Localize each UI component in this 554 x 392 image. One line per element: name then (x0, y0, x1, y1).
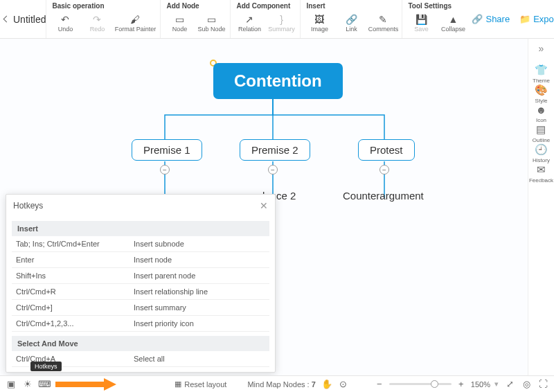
style-icon: 🎨 (535, 84, 548, 96)
zoom-in-button[interactable]: + (456, 379, 467, 390)
center-icon[interactable]: ◎ (521, 379, 532, 390)
collapse-icon: ▲ (447, 14, 458, 25)
callout-arrow (55, 380, 118, 389)
export-icon: 📁 (519, 14, 530, 24)
locate-icon[interactable]: ⊙ (338, 379, 349, 390)
export-button[interactable]: 📁Export (519, 14, 554, 24)
fullscreen-icon[interactable]: ⛶ (537, 379, 548, 390)
layout-icon: ▦ (175, 380, 181, 389)
collapse-button[interactable]: ▲Collapse (438, 10, 467, 35)
format-painter-icon: 🖌 (129, 14, 141, 25)
keyboard-icon[interactable]: ⌨ (39, 379, 50, 390)
collapse-toggle[interactable]: − (160, 165, 170, 175)
sidebar-feedback[interactable]: ✉Feedback (529, 163, 553, 184)
node-counterargument[interactable]: Counterargument (343, 190, 424, 202)
link-icon: 🔗 (346, 14, 357, 25)
btn-label: Link (346, 26, 357, 33)
hotkey-row: Ctrl/Cmd+]Insert summary (12, 300, 269, 316)
summary-button[interactable]: }Summary (267, 10, 296, 35)
reset-layout-button[interactable]: ▦Reset layout (175, 380, 226, 389)
save-button[interactable]: 💾Save (406, 10, 436, 35)
node-premise-2[interactable]: Premise 2 (240, 139, 310, 161)
hotkey-section: Insert (12, 221, 269, 236)
zoom-slider[interactable] (389, 383, 452, 385)
close-icon[interactable]: ✕ (260, 200, 268, 211)
hotkeys-panel: Hotkeys ✕ InsertTab; Ins; Ctrl/Cmd+Enter… (6, 194, 276, 373)
format-painter-button[interactable]: 🖌Format Painter (114, 10, 156, 35)
btn-label: Comments (368, 26, 399, 33)
sidebar-collapse[interactable]: » (528, 43, 554, 57)
btn-label: Node (172, 26, 188, 33)
relation-icon: ↗ (244, 14, 255, 25)
hotkey-row: Ctrl/Cmd+1,2,3...Insert priority icon (12, 316, 269, 332)
zoom-control: − + 150% ▾ (374, 379, 499, 390)
node-icon: ▭ (174, 14, 185, 25)
pan-icon[interactable]: ✋ (321, 379, 332, 390)
btn-label: Undo (58, 26, 73, 33)
presentation-icon[interactable]: ▣ (6, 379, 17, 390)
history-icon: 🕘 (535, 143, 548, 156)
undo-button[interactable]: ↶Undo (51, 10, 80, 35)
node-protest[interactable]: Protest (358, 139, 415, 161)
hotkey-section: Select And Move (12, 336, 269, 351)
doc-title[interactable]: Untitled (9, 0, 46, 38)
btn-label: Relation (238, 26, 261, 33)
sub-node-button[interactable]: ▭Sub Node (197, 10, 226, 35)
link-button[interactable]: 🔗Link (337, 10, 366, 35)
hotkey-row: Shift+InsInsert parent node (12, 268, 269, 284)
group-header: Insert (305, 0, 397, 10)
btn-label: Save (414, 26, 429, 33)
node-premise-1[interactable]: Premise 1 (132, 139, 202, 161)
summary-icon: } (276, 14, 287, 25)
undo-icon: ↶ (60, 14, 71, 25)
right-sidebar: » 👕Theme🎨Style☻Icon▤Outline🕘History✉Feed… (528, 39, 554, 375)
share-icon: 🔗 (472, 14, 483, 24)
relation-button[interactable]: ↗Relation (235, 10, 264, 35)
comments-button[interactable]: ✎Comments (368, 10, 397, 35)
group-header: Add Component (235, 0, 296, 10)
btn-label: Redo (90, 26, 105, 33)
icon-icon: ☻ (536, 104, 547, 116)
back-button[interactable] (4, 0, 9, 38)
redo-icon: ↷ (91, 14, 102, 25)
btn-label: Image (311, 26, 328, 33)
node-count: Mind Map Nodes : 7 (247, 380, 315, 389)
hotkeys-list[interactable]: InsertTab; Ins; Ctrl/Cmd+EnterInsert sub… (6, 217, 275, 372)
hotkey-row: Ctrl/Cmd+RInsert relationship line (12, 284, 269, 300)
group-header: Tool Settings (406, 0, 467, 10)
sub-node-icon: ▭ (206, 14, 217, 25)
group-header: Add Node (165, 0, 226, 10)
collapse-toggle[interactable]: − (379, 165, 389, 175)
sidebar-history[interactable]: 🕘History (529, 143, 553, 163)
top-toolbar: Untitled Basic operation↶Undo↷Redo🖌Forma… (0, 0, 554, 39)
status-bar: ▣ ☀ ⌨ ▦Reset layout Mind Map Nodes : 7 ✋… (0, 375, 554, 392)
image-button[interactable]: 🖼Image (305, 10, 334, 35)
feedback-icon: ✉ (537, 163, 546, 176)
root-node[interactable]: Contention (213, 63, 343, 99)
collapse-toggle[interactable]: − (268, 165, 278, 175)
sidebar-outline[interactable]: ▤Outline (529, 123, 553, 143)
btn-label: Format Painter (115, 26, 157, 33)
group-header: Basic operation (51, 0, 156, 10)
fit-icon[interactable]: ⤢ (504, 379, 515, 390)
sidebar-style[interactable]: 🎨Style (529, 84, 553, 104)
theme-icon: 👕 (535, 64, 548, 76)
image-icon: 🖼 (314, 14, 325, 25)
node-button[interactable]: ▭Node (165, 10, 194, 35)
comments-icon: ✎ (377, 14, 388, 25)
btn-label: Sub Node (197, 26, 225, 33)
zoom-out-button[interactable]: − (374, 379, 385, 390)
sidebar-icon[interactable]: ☻Icon (529, 104, 553, 123)
hotkey-row: Tab; Ins; Ctrl/Cmd+EnterInsert subnode (12, 236, 269, 252)
share-button[interactable]: 🔗Share (472, 14, 510, 24)
hotkeys-tooltip: Hotkeys (30, 362, 62, 371)
theme-toggle-icon[interactable]: ☀ (22, 379, 33, 390)
btn-label: Summary (268, 26, 295, 33)
hotkeys-title: Hotkeys (13, 201, 43, 211)
redo-button[interactable]: ↷Redo (82, 10, 111, 35)
btn-label: Collapse (441, 26, 465, 33)
sidebar-theme[interactable]: 👕Theme (529, 64, 553, 84)
save-icon: 💾 (416, 14, 427, 25)
outline-icon: ▤ (536, 123, 546, 136)
zoom-level: 150% (471, 380, 490, 389)
